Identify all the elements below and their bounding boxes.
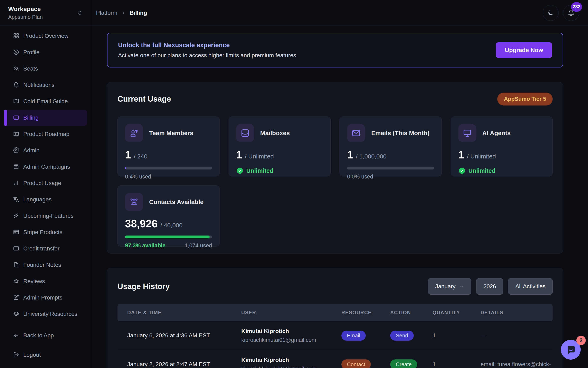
- usage-card-emails: Emails (This Month) 1 / 1,000,000 0.0% u…: [339, 117, 442, 176]
- card-limit: / 40,000: [160, 222, 182, 229]
- archive-icon: [13, 164, 20, 170]
- sidebar-item-back-to-app[interactable]: Back to App: [4, 327, 87, 344]
- resource-badge: Contact: [341, 359, 371, 368]
- sidebar-item-label: Admin: [23, 147, 39, 154]
- sidebar-item-cold-email-guide[interactable]: Cold Email Guide: [4, 93, 87, 110]
- card-title: Team Members: [149, 130, 193, 137]
- sidebar-item-reviews[interactable]: Reviews: [4, 273, 87, 289]
- gear-icon: [13, 147, 20, 154]
- card-title: AI Agents: [482, 130, 511, 137]
- contacts-icon: [125, 193, 143, 211]
- breadcrumb-parent[interactable]: Platform: [96, 9, 117, 16]
- month-filter-dropdown[interactable]: January: [428, 278, 471, 294]
- current-usage-title: Current Usage: [117, 95, 171, 103]
- sidebar-item-admin[interactable]: Admin: [4, 142, 87, 159]
- pencil-icon: [13, 294, 20, 301]
- sidebar-item-label: University Resources: [23, 311, 77, 317]
- chat-unread-badge: 2: [576, 336, 586, 345]
- chat-widget-button[interactable]: 2: [561, 340, 581, 360]
- sidebar-item-product-overview[interactable]: Product Overview: [4, 28, 87, 44]
- sidebar-item-label: Founder Notes: [23, 262, 61, 268]
- book-open-icon: [13, 98, 20, 105]
- sidebar-item-product-usage[interactable]: Product Usage: [4, 175, 87, 191]
- credit-card-icon: [13, 114, 20, 121]
- cell-date: January 2, 2026 at 2:47 AM EST: [127, 361, 241, 368]
- progress-bar: [347, 167, 434, 169]
- usage-history-section: Usage History January 2026 All Activitie…: [107, 268, 563, 368]
- chevron-down-icon: [459, 284, 464, 289]
- sidebar-item-upcoming-features[interactable]: Upcoming-Features: [4, 208, 87, 224]
- mail-icon: [347, 124, 365, 142]
- sidebar-item-product-roadmap[interactable]: Product Roadmap: [4, 126, 87, 142]
- graduation-cap-icon: [13, 311, 20, 317]
- sidebar-item-label: Logout: [23, 352, 41, 358]
- credit-card-icon: [13, 245, 20, 252]
- sidebar-item-stripe-products[interactable]: Stripe Products: [4, 224, 87, 240]
- history-filters: January 2026 All Activities: [428, 278, 553, 294]
- credit-card-icon: [13, 229, 20, 236]
- workspace-switcher[interactable]: Workspace Appsumo Plan: [0, 0, 91, 26]
- card-value: 1: [347, 149, 353, 161]
- sidebar-item-seats[interactable]: Seats: [4, 61, 87, 77]
- sidebar-item-label: Stripe Products: [23, 229, 62, 236]
- action-badge: Create: [390, 359, 417, 368]
- map-icon: [13, 131, 20, 137]
- sidebar-item-label: Cold Email Guide: [23, 98, 68, 105]
- column-header-date: Date & Time: [127, 310, 241, 315]
- usage-card-contacts: Contacts Available 38,926 / 40,000 97.3%…: [117, 185, 220, 247]
- sidebar-item-founder-notes[interactable]: Founder Notes: [4, 257, 87, 273]
- sidebar-item-languages[interactable]: Languages: [4, 191, 87, 208]
- cell-user-email: kiprotichkimutai01@gmail.com: [241, 366, 341, 368]
- sidebar-item-label: Billing: [23, 114, 39, 121]
- upgrade-banner: Unlock the full Nexuscale experience Act…: [107, 33, 563, 67]
- sidebar-item-notifications[interactable]: Notifications: [4, 77, 87, 93]
- activity-filter-button[interactable]: All Activities: [508, 278, 553, 294]
- sidebar-nav: Product Overview Profile Seats Notificat…: [0, 26, 91, 363]
- sidebar-item-credit-transfer[interactable]: Credit transfer: [4, 240, 87, 257]
- progress-fill: [125, 167, 126, 169]
- usage-card-team-members: Team Members 1 / 240 0.4% used: [117, 117, 220, 176]
- sidebar-item-university-resources[interactable]: University Resources: [4, 306, 87, 322]
- sidebar-item-label: Back to App: [23, 332, 54, 339]
- upgrade-now-button[interactable]: Upgrade Now: [496, 42, 552, 58]
- sidebar-item-label: Credit transfer: [23, 245, 59, 252]
- card-value: 1: [236, 149, 242, 161]
- usage-cards: Team Members 1 / 240 0.4% used Mailboxes: [117, 117, 553, 176]
- team-members-icon: [125, 124, 143, 142]
- notifications-button[interactable]: 232: [563, 5, 579, 21]
- sidebar-item-billing[interactable]: Billing: [4, 110, 87, 126]
- grid-icon: [13, 33, 20, 39]
- card-value: 1: [125, 149, 131, 161]
- sidebar-item-label: Admin Prompts: [23, 294, 62, 301]
- card-value: 1: [458, 149, 464, 161]
- sidebar-item-label: Profile: [23, 49, 39, 55]
- table-header-row: Date & Time User Resource Action Quantit…: [117, 304, 553, 321]
- sidebar-item-admin-campaigns[interactable]: Admin Campaigns: [4, 159, 87, 175]
- sidebar-item-label: Upcoming-Features: [23, 213, 73, 219]
- sidebar-item-profile[interactable]: Profile: [4, 44, 87, 61]
- breadcrumb-current: Billing: [130, 9, 147, 16]
- sidebar-item-label: Reviews: [23, 278, 45, 285]
- card-title: Mailboxes: [260, 130, 290, 137]
- progress-fill: [125, 236, 210, 238]
- banner-title: Unlock the full Nexuscale experience: [118, 42, 298, 49]
- sidebar-item-admin-prompts[interactable]: Admin Prompts: [4, 289, 87, 306]
- progress-bar: [125, 236, 212, 238]
- chat-bubble-icon: [565, 344, 577, 356]
- usage-history-table: Date & Time User Resource Action Quantit…: [117, 304, 553, 368]
- chevrons-up-down-icon[interactable]: [77, 10, 83, 16]
- sidebar-item-label: Languages: [23, 196, 52, 203]
- languages-icon: [13, 196, 20, 203]
- sidebar-item-logout[interactable]: Logout: [4, 347, 87, 363]
- file-text-icon: [13, 262, 20, 268]
- cell-quantity: 1: [433, 361, 481, 368]
- main-content: Unlock the full Nexuscale experience Act…: [91, 26, 588, 368]
- user-circle-icon: [13, 49, 20, 55]
- banner-subtitle: Activate one of our plans to access high…: [118, 52, 298, 59]
- year-filter-button[interactable]: 2026: [476, 278, 503, 294]
- table-row: January 6, 2026 at 4:36 AM EST Kimutai K…: [117, 321, 553, 350]
- cell-details: —: [481, 332, 553, 339]
- topbar: Platform Billing 232: [91, 0, 588, 26]
- theme-toggle-button[interactable]: [543, 5, 559, 21]
- month-filter-value: January: [435, 283, 456, 290]
